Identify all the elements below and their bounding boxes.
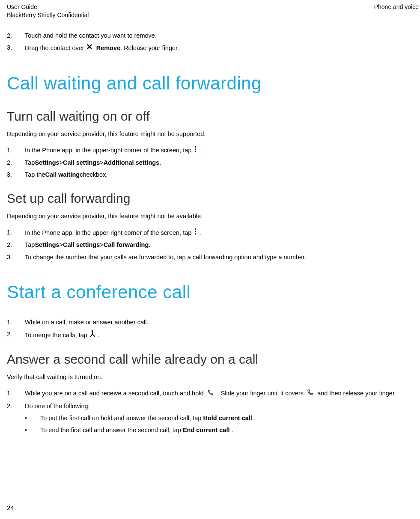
text-fragment: . (98, 331, 99, 339)
list-text: To merge the calls, tap . (25, 330, 413, 340)
text-fragment: > (60, 240, 63, 249)
page-content: 2. Touch and hold the contact you want t… (0, 31, 420, 435)
svg-rect-5 (195, 233, 196, 234)
list-item: 1. While on a call, make or answer anoth… (7, 318, 413, 326)
text-fragment: Drag the contact over (25, 44, 84, 52)
more-vert-icon (193, 228, 198, 237)
svg-rect-0 (195, 146, 196, 148)
list-marker: 1. (7, 389, 14, 398)
text-fragment: . (200, 228, 202, 237)
text-bold: Call waiting (45, 170, 80, 179)
list-text: Tap the Call waiting checkbox. (25, 170, 413, 179)
subsection-heading: Turn call waiting on or off (7, 109, 413, 124)
body-paragraph: Verify that call waiting is turned on. (7, 373, 413, 381)
text-bold: Call forwarding (104, 240, 149, 249)
list-text: In the Phone app, in the upper-right cor… (25, 146, 413, 155)
text-fragment: In the Phone app, in the upper-right cor… (25, 146, 191, 154)
phone-outline-icon (307, 390, 316, 397)
text-fragment: Tap the (25, 170, 45, 179)
text-fragment: To merge the calls, tap (25, 331, 87, 339)
text-fragment: To end the first call and answer the sec… (40, 427, 183, 433)
phone-icon (207, 390, 216, 397)
subsection-heading: Set up call forwarding (7, 191, 413, 206)
svg-point-6 (92, 330, 93, 332)
text-fragment: . Slide your finger until it covers (217, 390, 306, 397)
text-fragment: Tap (25, 158, 35, 167)
section-heading: Start a conference call (7, 282, 413, 303)
list-text: To change the number that your calls are… (25, 253, 413, 261)
list-text: Tap Settings > Call settings > Additiona… (25, 158, 413, 167)
list-item: 2. To merge the calls, tap . (7, 330, 413, 340)
confidentiality-label: BlackBerry Strictly Confidential (7, 12, 89, 18)
bullet-item: • To put the first call on hold and answ… (25, 414, 413, 423)
page-number: 24 (7, 504, 14, 511)
bullet-text: To put the first call on hold and answer… (40, 414, 256, 423)
guide-title: User Guide (7, 3, 89, 10)
list-marker: 2. (7, 158, 14, 167)
list-marker: 2. (7, 330, 14, 340)
list-text: Drag the contact over Remove . Release y… (25, 43, 413, 52)
text-fragment: . (254, 415, 256, 421)
list-item: 1. While you are on a call and receive a… (7, 389, 413, 398)
text-bold: Hold current call (203, 415, 252, 421)
text-bold: End current call (183, 427, 230, 433)
body-paragraph: Depending on your service provider, this… (7, 130, 413, 138)
more-vert-icon (193, 146, 198, 155)
page-header: User Guide BlackBerry Strictly Confident… (0, 3, 420, 18)
text-fragment: > (100, 158, 103, 167)
text-fragment: . Release your finger. (120, 44, 179, 52)
text-fragment: > (60, 158, 63, 167)
list-marker: 2. (7, 31, 14, 40)
list-marker: 1. (7, 146, 14, 155)
text-bold: Call settings (63, 240, 100, 249)
list-text: Do one of the following: (25, 402, 413, 410)
list-item: 2. Tap Settings > Call settings > Additi… (7, 158, 413, 167)
svg-rect-4 (195, 231, 196, 232)
list-item: 2. Tap Settings > Call settings > Call f… (7, 240, 413, 249)
header-left: User Guide BlackBerry Strictly Confident… (7, 3, 89, 18)
list-marker: 2. (7, 240, 14, 249)
list-marker: 3. (7, 43, 14, 52)
text-bold: Settings (35, 158, 59, 167)
subsection-heading: Answer a second call while already on a … (7, 352, 413, 367)
list-marker: 3. (7, 253, 14, 261)
list-item: 3. To change the number that your calls … (7, 253, 413, 261)
list-item: 1. In the Phone app, in the upper-right … (7, 146, 413, 155)
text-bold: Settings (35, 240, 59, 249)
bullet-marker: • (25, 414, 29, 423)
bullet-item: • To end the first call and answer the s… (25, 426, 413, 435)
text-bold: Call settings (63, 158, 100, 167)
text-fragment: > (100, 240, 103, 249)
text-fragment: . (232, 427, 233, 433)
bullet-text: To end the first call and answer the sec… (40, 426, 233, 435)
section-heading: Call waiting and call forwarding (7, 73, 413, 94)
text-fragment: . (159, 158, 161, 167)
list-text: While on a call, make or answer another … (25, 318, 413, 326)
list-text: Tap Settings > Call settings > Call forw… (25, 240, 413, 249)
text-fragment: To put the first call on hold and answer… (40, 415, 203, 421)
list-marker: 1. (7, 228, 14, 237)
header-section: Phone and voice (374, 3, 419, 18)
list-item: 3. Drag the contact over Remove . Releas… (7, 43, 413, 52)
list-marker: 3. (7, 170, 14, 179)
text-fragment: . (200, 146, 202, 154)
list-text: In the Phone app, in the upper-right cor… (25, 228, 413, 237)
list-text: Touch and hold the contact you want to r… (25, 31, 413, 40)
text-fragment: and then release your finger. (317, 390, 396, 397)
text-fragment: . (149, 240, 150, 249)
text-fragment: While you are on a call and receive a se… (25, 390, 206, 397)
list-item: 2. Touch and hold the contact you want t… (7, 31, 413, 40)
bullet-marker: • (25, 426, 29, 435)
svg-rect-1 (195, 148, 196, 150)
list-item: 3. Tap the Call waiting checkbox. (7, 170, 413, 179)
close-icon (86, 43, 93, 52)
list-item: 1. In the Phone app, in the upper-right … (7, 228, 413, 237)
text-fragment: In the Phone app, in the upper-right cor… (25, 228, 191, 237)
list-marker: 1. (7, 318, 14, 326)
text-fragment: checkbox. (80, 170, 107, 179)
text-fragment: Tap (25, 240, 35, 249)
merge-calls-icon (89, 330, 96, 340)
text-bold: Additional settings (104, 158, 160, 167)
list-marker: 2. (7, 402, 14, 410)
text-bold: Remove (96, 44, 120, 52)
